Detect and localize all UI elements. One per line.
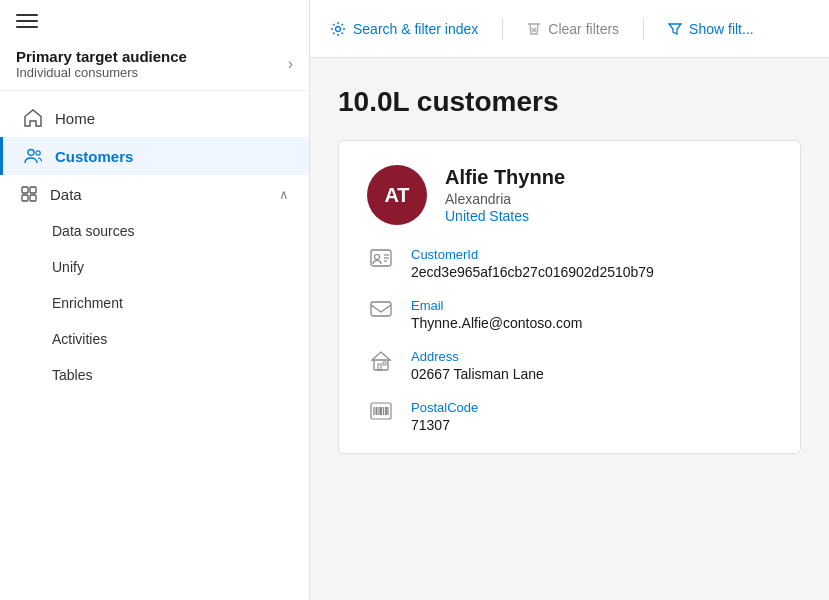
sidebar-item-home-label: Home bbox=[55, 110, 95, 127]
svg-point-6 bbox=[336, 26, 341, 31]
field-email: Email Thynne.Alfie@contoso.com bbox=[367, 298, 772, 331]
svg-rect-5 bbox=[30, 195, 36, 201]
sidebar-item-data-sources[interactable]: Data sources bbox=[52, 213, 309, 249]
primary-target-title: Primary target audience bbox=[16, 48, 187, 65]
address-value: 02667 Talisman Lane bbox=[411, 366, 544, 382]
primary-target-section[interactable]: Primary target audience Individual consu… bbox=[0, 38, 309, 91]
sidebar-item-data[interactable]: Data ∧ bbox=[0, 175, 309, 213]
sidebar-item-customers-label: Customers bbox=[55, 148, 133, 165]
clear-filters-label: Clear filters bbox=[548, 21, 619, 37]
clear-filters-button[interactable]: Clear filters bbox=[527, 21, 619, 37]
email-icon bbox=[367, 300, 395, 318]
sidebar-item-tables[interactable]: Tables bbox=[52, 357, 309, 393]
id-icon bbox=[367, 249, 395, 267]
divider-2 bbox=[643, 18, 644, 40]
filter-icon bbox=[668, 22, 682, 36]
svg-rect-2 bbox=[22, 187, 28, 193]
customer-name: Alfie Thynne bbox=[445, 166, 565, 189]
chevron-right-icon[interactable]: › bbox=[288, 55, 293, 73]
email-label: Email bbox=[411, 298, 582, 313]
sidebar-item-activities[interactable]: Activities bbox=[52, 321, 309, 357]
svg-point-0 bbox=[28, 150, 34, 156]
svg-rect-14 bbox=[378, 364, 381, 370]
home-icon bbox=[23, 109, 43, 127]
main-content: 10.0L customers AT Alfie Thynne Alexandr… bbox=[310, 58, 829, 600]
svg-point-8 bbox=[375, 255, 380, 260]
customer-country: United States bbox=[445, 208, 565, 224]
svg-rect-15 bbox=[383, 362, 386, 365]
svg-point-1 bbox=[36, 151, 40, 155]
customer-card: AT Alfie Thynne Alexandria United States bbox=[338, 140, 801, 454]
search-filter-label: Search & filter index bbox=[353, 21, 478, 37]
clear-filter-icon bbox=[527, 22, 541, 36]
customer-fields: CustomerId 2ecd3e965af16cb27c016902d2510… bbox=[367, 247, 772, 433]
data-subnav: Data sources Unify Enrichment Activities… bbox=[0, 213, 309, 393]
customer-city: Alexandria bbox=[445, 191, 565, 207]
hamburger-icon[interactable] bbox=[16, 14, 38, 28]
sidebar-item-enrichment[interactable]: Enrichment bbox=[52, 285, 309, 321]
gear-icon bbox=[330, 21, 346, 37]
postal-code-value: 71307 bbox=[411, 417, 478, 433]
customer-info: Alfie Thynne Alexandria United States bbox=[445, 166, 565, 224]
page-title: 10.0L customers bbox=[338, 86, 801, 118]
sidebar-item-data-label: Data bbox=[50, 186, 82, 203]
customer-id-label: CustomerId bbox=[411, 247, 654, 262]
data-icon bbox=[20, 185, 38, 203]
search-filter-button[interactable]: Search & filter index bbox=[330, 21, 478, 37]
divider-1 bbox=[502, 18, 503, 40]
svg-rect-4 bbox=[22, 195, 28, 201]
top-bar: Search & filter index Clear filters Show… bbox=[310, 0, 829, 58]
sidebar-nav: Home Customers bbox=[0, 91, 309, 401]
svg-rect-12 bbox=[371, 302, 391, 316]
customer-header: AT Alfie Thynne Alexandria United States bbox=[367, 165, 772, 225]
barcode-icon bbox=[367, 402, 395, 420]
email-value: Thynne.Alfie@contoso.com bbox=[411, 315, 582, 331]
customers-icon bbox=[23, 147, 43, 165]
postal-code-label: PostalCode bbox=[411, 400, 478, 415]
show-filters-button[interactable]: Show filt... bbox=[668, 21, 754, 37]
chevron-up-icon: ∧ bbox=[279, 187, 289, 202]
show-filters-label: Show filt... bbox=[689, 21, 754, 37]
sidebar: Primary target audience Individual consu… bbox=[0, 0, 310, 600]
sidebar-item-unify[interactable]: Unify bbox=[52, 249, 309, 285]
svg-rect-3 bbox=[30, 187, 36, 193]
field-postal-code: PostalCode 71307 bbox=[367, 400, 772, 433]
hamburger-menu[interactable] bbox=[0, 0, 309, 38]
field-customer-id: CustomerId 2ecd3e965af16cb27c016902d2510… bbox=[367, 247, 772, 280]
primary-target-subtitle: Individual consumers bbox=[16, 65, 187, 80]
field-address: Address 02667 Talisman Lane bbox=[367, 349, 772, 382]
sidebar-item-home[interactable]: Home bbox=[0, 99, 309, 137]
address-icon bbox=[367, 351, 395, 371]
address-label: Address bbox=[411, 349, 544, 364]
customer-id-value: 2ecd3e965af16cb27c016902d2510b79 bbox=[411, 264, 654, 280]
avatar: AT bbox=[367, 165, 427, 225]
sidebar-item-customers[interactable]: Customers bbox=[0, 137, 309, 175]
